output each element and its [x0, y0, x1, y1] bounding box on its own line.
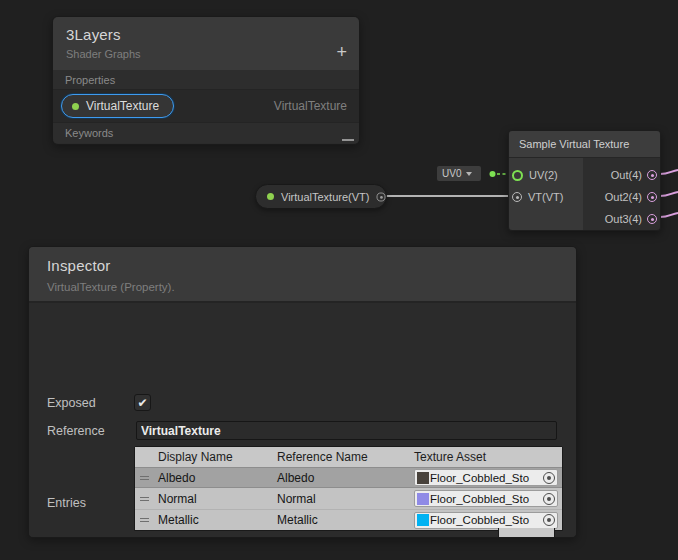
entries-label: Entries: [47, 496, 86, 510]
property-name: VirtualTexture: [86, 99, 159, 113]
graph-title: 3Layers: [66, 26, 346, 43]
remove-entry-button[interactable]: −: [535, 533, 544, 539]
checkmark-icon: ✔: [137, 396, 147, 410]
texture-object-field[interactable]: Floor_Cobbled_Sto: [414, 469, 558, 486]
edge-out1[interactable]: [660, 170, 678, 174]
texture-object-field[interactable]: Floor_Cobbled_Sto: [414, 490, 558, 507]
add-entry-button[interactable]: +: [509, 533, 518, 539]
node-inputs: UV(2) VT(VT): [509, 158, 583, 230]
output-row-out1: Out(4): [583, 164, 660, 186]
reference-input[interactable]: [136, 421, 557, 440]
input-row-uv: UV(2): [509, 164, 583, 186]
property-node-dot: [267, 193, 274, 200]
out1-port-label: Out(4): [611, 169, 642, 181]
inspector-body: Exposed ✔ Reference Entries Display Name…: [29, 303, 576, 537]
entry-reference-name[interactable]: Metallic: [277, 513, 414, 527]
drag-handle-icon[interactable]: [140, 476, 158, 480]
inspector-title: Inspector: [47, 257, 558, 274]
entries-footer: + −: [498, 528, 555, 538]
node-outputs: Out(4) Out2(4) Out3(4): [583, 158, 660, 230]
texture-name: Floor_Cobbled_Sto: [430, 472, 543, 484]
entry-display-name[interactable]: Albedo: [158, 471, 277, 485]
drag-handle-icon[interactable]: [140, 518, 158, 522]
exposed-checkbox[interactable]: ✔: [134, 394, 151, 411]
texture-name: Floor_Cobbled_Sto: [430, 514, 543, 526]
entries-table-header: Display Name Reference Name Texture Asse…: [135, 447, 562, 467]
property-type-dot: [72, 103, 79, 110]
virtualtexture-property-node[interactable]: VirtualTexture(VT): [255, 184, 387, 209]
shader-graph-window: 3Layers Shader Graphs + Properties Virtu…: [0, 0, 678, 560]
entry-display-name[interactable]: Metallic: [158, 513, 277, 527]
uv-channel-value: UV0: [442, 168, 461, 179]
column-display-name: Display Name: [135, 450, 277, 464]
entries-table: Display Name Reference Name Texture Asse…: [134, 446, 563, 531]
dropdown-caret-icon: [466, 172, 472, 176]
uv-channel-dropdown[interactable]: UV0: [437, 166, 481, 181]
property-type-label: VirtualTexture: [274, 99, 347, 113]
out1-port-icon[interactable]: [647, 170, 657, 180]
output-row-out3: Out3(4): [583, 208, 660, 230]
vt-port-label: VT(VT): [528, 191, 563, 203]
column-texture-asset: Texture Asset: [414, 450, 562, 464]
entry-reference-name[interactable]: Albedo: [277, 471, 414, 485]
column-reference-name: Reference Name: [277, 450, 414, 464]
out2-port-icon[interactable]: [647, 192, 657, 202]
table-row[interactable]: Metallic Metallic Floor_Cobbled_Sto: [135, 509, 562, 530]
out2-port-label: Out2(4): [605, 191, 642, 203]
blackboard-header[interactable]: 3Layers Shader Graphs +: [53, 17, 359, 70]
out3-port-icon[interactable]: [647, 214, 657, 224]
blackboard-panel[interactable]: 3Layers Shader Graphs + Properties Virtu…: [52, 16, 360, 145]
edge-out2[interactable]: [660, 192, 678, 196]
entry-display-name[interactable]: Normal: [158, 492, 277, 506]
uv-port-icon[interactable]: [512, 170, 523, 181]
texture-swatch: [417, 472, 429, 484]
resize-handle[interactable]: [342, 139, 354, 141]
output-row-out2: Out2(4): [583, 186, 660, 208]
texture-object-field[interactable]: Floor_Cobbled_Sto: [414, 512, 558, 529]
uv-port-label: UV(2): [529, 169, 558, 181]
out3-port-label: Out3(4): [605, 213, 642, 225]
sample-virtual-texture-node[interactable]: Sample Virtual Texture UV(2) VT(VT) Out(…: [508, 130, 661, 231]
node-title[interactable]: Sample Virtual Texture: [509, 131, 660, 158]
texture-swatch: [417, 493, 429, 505]
input-row-vt: VT(VT): [509, 186, 583, 208]
entries-rows: Albedo Albedo Floor_Cobbled_Sto Normal N…: [135, 467, 562, 530]
add-property-button[interactable]: +: [336, 43, 347, 61]
keywords-section-label[interactable]: Keywords: [53, 123, 359, 143]
object-picker-icon[interactable]: [543, 493, 555, 505]
drag-handle-icon[interactable]: [140, 497, 158, 501]
inspector-header[interactable]: Inspector VirtualTexture (Property).: [29, 247, 576, 303]
property-node-label: VirtualTexture(VT): [281, 191, 369, 203]
texture-name: Floor_Cobbled_Sto: [430, 493, 543, 505]
property-pill-virtualtexture[interactable]: VirtualTexture: [61, 94, 174, 118]
graph-subtitle: Shader Graphs: [66, 48, 346, 60]
vt-port-icon[interactable]: [512, 192, 522, 202]
object-picker-icon[interactable]: [543, 472, 555, 484]
properties-section-label[interactable]: Properties: [53, 70, 359, 90]
object-picker-icon[interactable]: [543, 514, 555, 526]
property-node-output-port-icon[interactable]: [377, 192, 386, 201]
table-row[interactable]: Normal Normal Floor_Cobbled_Sto: [135, 488, 562, 509]
texture-swatch: [417, 514, 429, 526]
table-row[interactable]: Albedo Albedo Floor_Cobbled_Sto: [135, 467, 562, 488]
reference-label: Reference: [47, 424, 105, 438]
inspector-subtitle: VirtualTexture (Property).: [47, 281, 558, 293]
edge-out3[interactable]: [660, 213, 678, 217]
exposed-label: Exposed: [47, 396, 96, 410]
inspector-panel[interactable]: Inspector VirtualTexture (Property). Exp…: [28, 246, 577, 538]
uv-default-dot: [490, 171, 496, 177]
property-row[interactable]: VirtualTexture VirtualTexture: [53, 90, 359, 123]
entry-reference-name[interactable]: Normal: [277, 492, 414, 506]
